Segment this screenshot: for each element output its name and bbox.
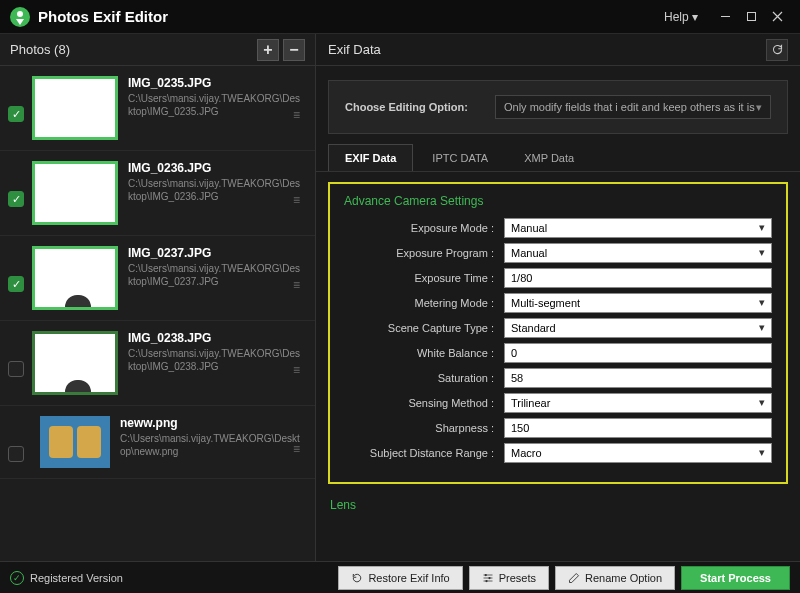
exif-form[interactable]: Advance Camera Settings Exposure Mode : … <box>316 172 800 561</box>
data-tabs: EXIF Data IPTC DATA XMP Data <box>316 144 800 172</box>
photo-thumbnail <box>32 161 118 225</box>
svg-point-2 <box>488 576 490 578</box>
tab-exif[interactable]: EXIF Data <box>328 144 413 171</box>
svg-point-3 <box>485 579 487 581</box>
photo-path: C:\Users\mansi.vijay.TWEAKORG\Desktop\IM… <box>128 262 305 288</box>
field-label: Scene Capture Type : <box>344 322 504 334</box>
tab-xmp[interactable]: XMP Data <box>507 144 591 171</box>
drag-handle-icon[interactable]: ≡ <box>293 193 301 207</box>
editing-option-select[interactable]: Only modify fields that i edit and keep … <box>495 95 771 119</box>
version-label: Registered Version <box>30 572 123 584</box>
svg-point-1 <box>484 573 486 575</box>
photo-item[interactable]: neww.png C:\Users\mansi.vijay.TWEAKORG\D… <box>0 406 315 479</box>
add-photo-button[interactable]: + <box>257 39 279 61</box>
field-input[interactable]: Standard <box>504 318 772 338</box>
field-row: Metering Mode : Multi-segment <box>344 293 772 313</box>
field-row: White Balance : 0 <box>344 343 772 363</box>
app-logo-icon <box>10 7 30 27</box>
start-process-button[interactable]: Start Process <box>681 566 790 590</box>
photo-name: IMG_0236.JPG <box>128 161 305 175</box>
photo-list[interactable]: IMG_0235.JPG C:\Users\mansi.vijay.TWEAKO… <box>0 66 315 561</box>
titlebar: Photos Exif Editor Help ▾ <box>0 0 800 34</box>
advance-camera-section: Advance Camera Settings Exposure Mode : … <box>328 182 788 484</box>
field-row: Exposure Program : Manual <box>344 243 772 263</box>
field-label: Saturation : <box>344 372 504 384</box>
drag-handle-icon[interactable]: ≡ <box>293 108 301 122</box>
photo-checkbox[interactable] <box>8 361 24 377</box>
maximize-button[interactable] <box>738 5 764 29</box>
photo-thumbnail <box>32 246 118 310</box>
field-row: Scene Capture Type : Standard <box>344 318 772 338</box>
app-title: Photos Exif Editor <box>38 8 664 25</box>
field-row: Exposure Mode : Manual <box>344 218 772 238</box>
exif-header: Exif Data <box>316 34 800 66</box>
photo-thumbnail <box>32 331 118 395</box>
rename-option-button[interactable]: Rename Option <box>555 566 675 590</box>
field-input[interactable]: 0 <box>504 343 772 363</box>
refresh-button[interactable] <box>766 39 788 61</box>
field-input[interactable]: Multi-segment <box>504 293 772 313</box>
field-row: Exposure Time : 1/80 <box>344 268 772 288</box>
field-label: Exposure Mode : <box>344 222 504 234</box>
restore-exif-button[interactable]: Restore Exif Info <box>338 566 462 590</box>
photo-checkbox[interactable] <box>8 446 24 462</box>
field-input[interactable]: Manual <box>504 218 772 238</box>
photo-checkbox[interactable] <box>8 106 24 122</box>
photos-count-label: Photos (8) <box>10 42 253 57</box>
field-label: Exposure Program : <box>344 247 504 259</box>
drag-handle-icon[interactable]: ≡ <box>293 278 301 292</box>
photo-checkbox[interactable] <box>8 191 24 207</box>
field-input[interactable]: Manual <box>504 243 772 263</box>
photo-path: C:\Users\mansi.vijay.TWEAKORG\Desktop\IM… <box>128 177 305 203</box>
section-title: Advance Camera Settings <box>344 194 772 208</box>
photo-path: C:\Users\mansi.vijay.TWEAKORG\Desktop\IM… <box>128 347 305 373</box>
photo-path: C:\Users\mansi.vijay.TWEAKORG\Desktop\IM… <box>128 92 305 118</box>
photo-checkbox[interactable] <box>8 276 24 292</box>
field-label: Sharpness : <box>344 422 504 434</box>
field-input[interactable]: 150 <box>504 418 772 438</box>
field-label: Sensing Method : <box>344 397 504 409</box>
registered-icon: ✓ <box>10 571 24 585</box>
photo-item[interactable]: IMG_0237.JPG C:\Users\mansi.vijay.TWEAKO… <box>0 236 315 321</box>
tab-iptc[interactable]: IPTC DATA <box>415 144 505 171</box>
photo-name: IMG_0235.JPG <box>128 76 305 90</box>
photo-path: C:\Users\mansi.vijay.TWEAKORG\Desktop\ne… <box>120 432 305 458</box>
field-label: White Balance : <box>344 347 504 359</box>
svg-rect-0 <box>747 13 755 21</box>
field-label: Exposure Time : <box>344 272 504 284</box>
field-label: Subject Distance Range : <box>344 447 504 459</box>
remove-photo-button[interactable]: − <box>283 39 305 61</box>
photo-item[interactable]: IMG_0235.JPG C:\Users\mansi.vijay.TWEAKO… <box>0 66 315 151</box>
editing-option-box: Choose Editing Option: Only modify field… <box>328 80 788 134</box>
field-input[interactable]: Macro <box>504 443 772 463</box>
field-input[interactable]: 1/80 <box>504 268 772 288</box>
photo-name: IMG_0237.JPG <box>128 246 305 260</box>
field-input[interactable]: Trilinear <box>504 393 772 413</box>
field-row: Sharpness : 150 <box>344 418 772 438</box>
editing-option-label: Choose Editing Option: <box>345 101 495 113</box>
photos-panel: Photos (8) + − IMG_0235.JPG C:\Users\man… <box>0 34 316 561</box>
photo-name: IMG_0238.JPG <box>128 331 305 345</box>
photo-thumbnail <box>32 76 118 140</box>
photo-item[interactable]: IMG_0236.JPG C:\Users\mansi.vijay.TWEAKO… <box>0 151 315 236</box>
field-row: Sensing Method : Trilinear <box>344 393 772 413</box>
field-row: Saturation : 58 <box>344 368 772 388</box>
drag-handle-icon[interactable]: ≡ <box>293 363 301 377</box>
photo-item[interactable]: IMG_0238.JPG C:\Users\mansi.vijay.TWEAKO… <box>0 321 315 406</box>
lens-section-title: Lens <box>328 494 788 516</box>
field-label: Metering Mode : <box>344 297 504 309</box>
field-input[interactable]: 58 <box>504 368 772 388</box>
photos-header: Photos (8) + − <box>0 34 315 66</box>
close-button[interactable] <box>764 5 790 29</box>
photo-thumbnail <box>40 416 110 468</box>
exif-title: Exif Data <box>328 42 766 57</box>
statusbar: ✓ Registered Version Restore Exif Info P… <box>0 561 800 593</box>
drag-handle-icon[interactable]: ≡ <box>293 442 301 456</box>
presets-button[interactable]: Presets <box>469 566 549 590</box>
field-row: Subject Distance Range : Macro <box>344 443 772 463</box>
help-menu[interactable]: Help ▾ <box>664 10 698 24</box>
minimize-button[interactable] <box>712 5 738 29</box>
photo-name: neww.png <box>120 416 305 430</box>
exif-panel: Exif Data Choose Editing Option: Only mo… <box>316 34 800 561</box>
